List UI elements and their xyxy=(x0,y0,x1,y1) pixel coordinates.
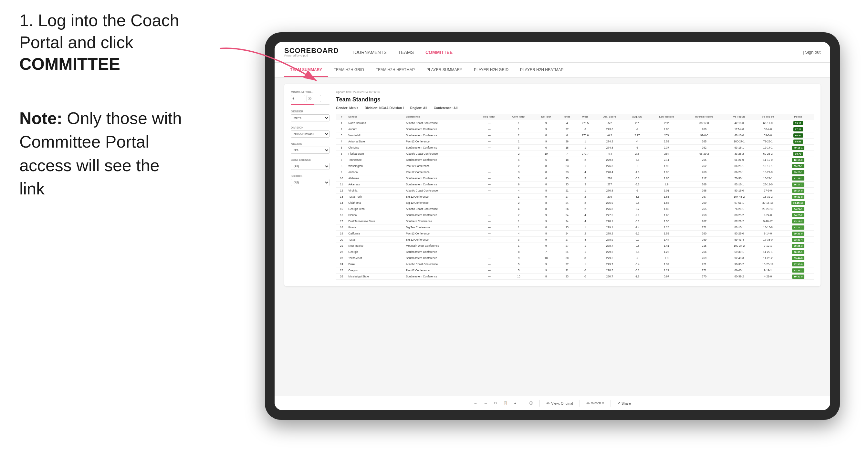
cell-no-tour: 6 xyxy=(534,145,558,151)
filter-region-select[interactable]: N/A xyxy=(291,147,330,154)
cell-no-tour: 9 xyxy=(534,120,558,126)
cell-conf-rank: 2 xyxy=(504,132,534,138)
cell-wins: 0 xyxy=(576,268,595,274)
cell-vs50: 60-26-2 xyxy=(754,151,782,157)
table-row: 26 Mississippi State Southeastern Confer… xyxy=(336,274,814,280)
tab-team-summary[interactable]: TEAM SUMMARY xyxy=(284,64,328,77)
col-wins: Wins xyxy=(576,114,595,120)
cell-rnds: 23 xyxy=(558,169,576,175)
cell-conf-rank: 8 xyxy=(504,249,534,255)
cell-adj: 273.6 xyxy=(594,126,625,132)
cell-low: 1.55 xyxy=(649,218,684,224)
cell-conf-rank: 2 xyxy=(504,163,534,169)
cell-adj: 277.5 xyxy=(594,212,625,218)
toolbar-back[interactable]: ← xyxy=(474,401,477,405)
cell-rank: 14 xyxy=(336,200,347,206)
filter-school-select[interactable]: (All) xyxy=(291,179,330,186)
cell-school: Ole Miss xyxy=(347,145,404,151)
cell-rank: 25 xyxy=(336,268,347,274)
cell-adj: 278.2 xyxy=(594,230,625,237)
filter-conference: Conference (All) xyxy=(291,158,330,170)
table-title: Team Standings xyxy=(336,96,380,103)
cell-adj: 279.1 xyxy=(594,224,625,230)
cell-school: Auburn xyxy=(347,126,404,132)
filter-division-select[interactable]: NCAA Division I xyxy=(291,130,330,137)
cell-conference: Atlantic Coast Conference xyxy=(404,151,475,157)
cell-low: 1.28 xyxy=(649,249,684,255)
cell-low: 262 xyxy=(649,120,684,126)
cell-rank: 11 xyxy=(336,182,347,188)
cell-rank: 9 xyxy=(336,169,347,175)
tab-player-h2h-grid[interactable]: PLAYER H2H GRID xyxy=(468,64,514,76)
cell-conf-rank: 1 xyxy=(504,126,534,132)
cell-reg-rank: — xyxy=(475,274,503,280)
toolbar-forward[interactable]: → xyxy=(484,401,488,405)
toolbar-copy[interactable]: 📋 xyxy=(503,401,508,405)
toolbar-add[interactable]: + xyxy=(514,401,516,405)
tab-player-h2h-heatmap[interactable]: PLAYER H2H HEATMAP xyxy=(514,64,569,76)
sign-out-link[interactable]: | Sign out xyxy=(803,50,820,55)
cell-vs50: 11-19-0 xyxy=(754,157,782,163)
cell-rank: 2 xyxy=(336,126,347,132)
filter-max-input[interactable] xyxy=(307,95,321,102)
toolbar-share[interactable]: ↗ Share xyxy=(617,401,631,405)
toolbar-view-original[interactable]: 👁 View: Original xyxy=(546,401,573,405)
cell-conference: Southeastern Conference xyxy=(404,126,475,132)
cell-rnds: 23 xyxy=(558,175,576,182)
slider-fill xyxy=(291,104,314,105)
cell-no-tour: 8 xyxy=(534,132,558,138)
cell-overall: 88-17-0 xyxy=(684,120,725,126)
toolbar-info[interactable]: ⓘ xyxy=(529,401,533,406)
col-school: School xyxy=(347,114,404,120)
panel: Minimum Rou... Gender xyxy=(284,84,820,286)
cell-reg-rank: — xyxy=(475,268,503,274)
cell-low: 3.01 xyxy=(649,188,684,194)
cell-avg: -5.5 xyxy=(625,157,649,163)
cell-rnds: 18 xyxy=(558,157,576,163)
tab-team-h2h-heatmap[interactable]: TEAM H2H HEATMAP xyxy=(370,64,421,76)
cell-overall: 262 xyxy=(684,163,725,169)
cell-wins: 1 xyxy=(576,224,595,230)
cell-low: 0.97 xyxy=(649,274,684,280)
filter-gender-select[interactable]: Men's Women's xyxy=(291,114,330,121)
cell-adj: 276.8 xyxy=(594,188,625,194)
cell-conference: Pac-12 Conference xyxy=(404,169,475,175)
cell-school: Georgia xyxy=(347,249,404,255)
col-conf-rank: Conf Rank xyxy=(504,114,534,120)
cell-overall: 209 xyxy=(684,200,725,206)
cell-school: North Carolina xyxy=(347,120,404,126)
cell-rnds: 18 xyxy=(558,145,576,151)
tab-team-h2h-grid[interactable]: TEAM H2H GRID xyxy=(328,64,370,76)
cell-conference: Big 12 Conference xyxy=(404,194,475,200)
cell-avg: -4 xyxy=(625,126,649,132)
nav-teams[interactable]: TEAMS xyxy=(398,49,414,56)
cell-rank: 1 xyxy=(336,120,347,126)
table-row: 1 North Carolina Atlantic Coast Conferen… xyxy=(336,120,814,126)
cell-overall: 268 xyxy=(684,188,725,194)
cell-no-tour: 8 xyxy=(534,224,558,230)
cell-no-tour: 9 xyxy=(534,212,558,218)
nav-committee[interactable]: COMMITTEE xyxy=(426,49,453,56)
cell-avg: -4.6 xyxy=(625,169,649,175)
cell-rnds: 21 xyxy=(558,249,576,255)
cell-school: Texas A&M xyxy=(347,255,404,261)
toolbar-reload[interactable]: ↻ xyxy=(494,401,497,405)
logo-scoreboard: SCOREBOARD xyxy=(284,47,339,54)
filter-conference-select[interactable]: (All) xyxy=(291,163,330,170)
nav-tournaments[interactable]: TOURNAMENTS xyxy=(352,49,387,56)
cell-avg: -2.9 xyxy=(625,212,649,218)
toolbar-watch[interactable]: 👁 Watch ▾ xyxy=(586,401,604,405)
cell-conference: Southeastern Conference xyxy=(404,175,475,182)
cell-school: East Tennessee State xyxy=(347,218,404,224)
cell-points: 85.98 xyxy=(782,138,814,145)
cell-conf-rank: 3 xyxy=(504,145,534,151)
cell-avg: -3.6 xyxy=(625,175,649,182)
cell-conference: Southeastern Conference xyxy=(404,249,475,255)
cell-low: 1.28 xyxy=(649,224,684,230)
step-text: 1. Log into the Coach Portal and click xyxy=(20,11,179,52)
tab-player-summary[interactable]: PLAYER SUMMARY xyxy=(421,64,468,76)
cell-conf-rank: 2 xyxy=(504,200,534,206)
cell-conf-rank: 1 xyxy=(504,224,534,230)
cell-school: Virginia xyxy=(347,188,404,194)
filter-min-input[interactable] xyxy=(291,95,305,102)
